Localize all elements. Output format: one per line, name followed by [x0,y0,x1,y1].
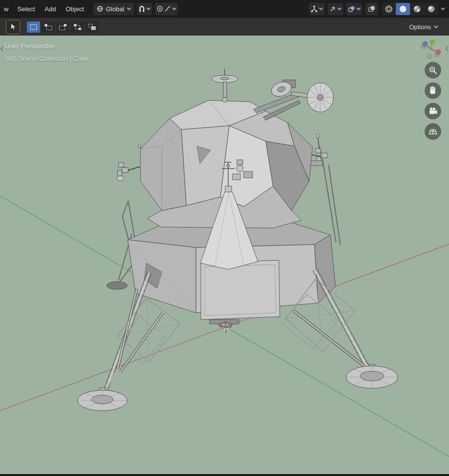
chevron-down-icon [146,7,151,10]
gizmo-icon [311,5,318,13]
lunar-lander-model[interactable] [78,69,398,411]
select-mode-invert-button[interactable] [71,21,84,33]
navigation-gizmo[interactable] [417,36,445,63]
falloff-curve-icon [164,5,171,12]
hand-icon [428,86,438,95]
camera-icon [428,106,438,116]
select-box-icon [30,24,38,30]
toolbar-region-toggle-icon[interactable] [0,45,4,54]
solid-sphere-icon [399,5,407,13]
chevron-down-icon [337,7,342,10]
chevron-down-icon[interactable] [441,7,445,10]
select-mode-subtract-button[interactable] [56,21,69,33]
proportional-edit-controls[interactable] [155,3,178,15]
chevron-down-icon [319,7,323,10]
select-subtract-icon [59,24,67,30]
topbar: w Select Add Object Global [0,0,449,18]
footpad-front-right [346,366,398,388]
blender-window: User Perspective (88) Scene Collection |… [0,0,449,476]
material-sphere-icon [413,5,421,13]
gizmo-y-axis [430,39,435,45]
chevron-down-icon [356,7,361,10]
window-bottom-edge [0,474,449,476]
shading-mode-group [382,3,438,15]
overlays-icon [348,5,355,13]
xray-icon [368,5,375,13]
scene-canvas [0,36,449,474]
3d-viewport[interactable]: User Perspective (88) Scene Collection |… [0,36,449,474]
snap-controls[interactable] [137,3,152,15]
pan-button[interactable] [425,82,441,99]
shading-solid-button[interactable] [396,3,410,15]
zoom-button[interactable] [425,62,441,78]
rendered-sphere-icon [427,5,435,13]
top-dish-antenna [212,69,238,102]
cursor-arrow-icon [9,22,18,31]
viewport-gizmos-toggle[interactable] [328,3,343,15]
proportional-circle-icon [156,5,163,12]
viewport-perspective-label: User Perspective [5,42,55,50]
camera-view-button[interactable] [425,103,441,119]
zoom-icon [428,65,438,75]
options-label: Options [409,23,431,31]
select-invert-icon [74,24,81,30]
chevron-down-icon [172,7,176,10]
viewport-breadcrumb: (88) Scene Collection | Cube [5,55,89,62]
footpad-rear-left [107,282,127,289]
shading-wireframe-button[interactable] [382,3,396,15]
options-dropdown[interactable]: Options [404,21,443,33]
select-mode-intersect-button[interactable] [85,21,98,33]
shading-material-button[interactable] [410,3,424,15]
orientation-value: Global [106,5,124,13]
show-gizmo-dropdown[interactable] [309,3,325,15]
overlays-toggle[interactable] [346,3,362,15]
menu-add[interactable]: Add [40,4,61,14]
select-extend-icon [44,24,52,30]
transform-orientation-dropdown[interactable]: Global [94,3,134,15]
xray-toggle[interactable] [365,3,378,15]
footpad-front-left [78,390,127,411]
shading-rendered-button[interactable] [424,3,438,15]
tool-settings-bar: Options [0,18,449,36]
select-mode-new-button[interactable] [27,21,40,33]
sidebar-region-toggle-icon[interactable] [445,45,449,54]
wireframe-sphere-icon [385,5,393,13]
select-mode-extend-button[interactable] [41,21,55,33]
magnet-icon [138,5,145,12]
navigate-arrow-icon [329,5,336,13]
select-intersect-icon [88,24,96,30]
menu-select[interactable]: Select [12,4,39,14]
menu-view-truncated[interactable]: w [4,5,8,13]
orientation-globe-icon [97,5,103,12]
grid-icon [428,127,438,136]
chevron-down-icon [127,7,131,10]
active-tool-tweak-button[interactable] [6,20,20,34]
perspective-grid-button[interactable] [425,123,441,140]
chevron-down-icon [434,25,438,28]
menu-object[interactable]: Object [61,4,89,14]
select-mode-group [27,21,98,33]
